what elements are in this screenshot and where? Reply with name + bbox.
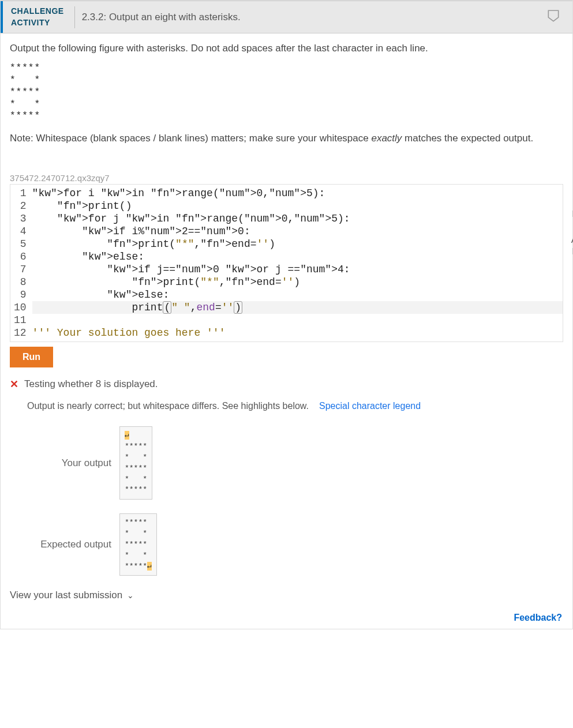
feedback-link[interactable]: Feedback? xyxy=(514,613,562,622)
result-feedback-line: Output is nearly correct; but whitespace… xyxy=(27,401,563,411)
status-text-2: All tests passed xyxy=(565,235,573,254)
code-body[interactable]: "kw">for i "kw">in "fn">range("num">0,"n… xyxy=(32,185,563,342)
test-result-line: ✕ Testing whether 8 is displayed. xyxy=(10,378,563,391)
expected-output-label: Expected output xyxy=(27,539,119,550)
instructions-text: Output the following figure with asteris… xyxy=(10,43,563,54)
challenge-label-line1: CHALLENGE xyxy=(11,6,64,16)
test-status-sidebar: 1 test passed All tests passed xyxy=(565,184,573,259)
feedback-link-row: Feedback? xyxy=(1,610,572,629)
status-1-test-passed: 1 test passed xyxy=(565,184,573,217)
your-output-label: Your output xyxy=(27,457,119,469)
fail-x-icon: ✕ xyxy=(10,378,18,391)
code-editor-wrap: 123456789101112 "kw">for i "kw">in "fn">… xyxy=(10,184,563,342)
shield-icon xyxy=(565,222,573,235)
note-em: exactly xyxy=(371,133,402,144)
status-text-1: 1 test passed xyxy=(565,197,573,217)
nearly-correct-msg: Output is nearly correct; but whitespace… xyxy=(27,401,309,411)
header-divider xyxy=(74,6,75,28)
view-last-label: View your last submission xyxy=(10,590,122,601)
content-hash: 375472.2470712.qx3zqy7 xyxy=(10,173,563,183)
challenge-badge-label: CHALLENGE ACTIVITY xyxy=(1,1,72,33)
view-last-submission-toggle[interactable]: View your last submission ⌄ xyxy=(10,590,563,601)
your-output-row: Your output ↵****** ******* ****** xyxy=(27,426,563,500)
expected-output-row: Expected output ****** ******* ******↵ xyxy=(27,513,563,576)
shield-icon xyxy=(546,9,561,26)
challenge-container: CHALLENGE ACTIVITY 2.3.2: Output an eigh… xyxy=(0,0,573,629)
shield-icon xyxy=(565,184,573,197)
special-char-legend-link[interactable]: Special character legend xyxy=(319,401,421,411)
expected-figure: ***** * * ***** * * ***** xyxy=(10,62,563,122)
line-gutter: 123456789101112 xyxy=(10,185,32,342)
expected-output-box: ****** ******* ******↵ xyxy=(119,513,157,576)
challenge-label-line2: ACTIVITY xyxy=(11,18,50,27)
note-prefix: Note: Whitespace (blank spaces / blank l… xyxy=(10,133,371,144)
code-editor[interactable]: 123456789101112 "kw">for i "kw">in "fn">… xyxy=(10,184,563,342)
note-suffix: matches the expected output. xyxy=(402,133,533,144)
your-output-box: ↵****** ******* ****** xyxy=(119,426,152,500)
challenge-title: 2.3.2: Output an eight with asterisks. xyxy=(82,12,546,23)
status-all-tests-passed: All tests passed xyxy=(565,222,573,254)
challenge-header: CHALLENGE ACTIVITY 2.3.2: Output an eigh… xyxy=(1,1,572,33)
chevron-down-icon: ⌄ xyxy=(127,591,134,600)
content-area: Output the following figure with asteris… xyxy=(1,33,572,610)
test-name: Testing whether 8 is displayed. xyxy=(24,378,158,390)
run-button[interactable]: Run xyxy=(10,347,53,367)
whitespace-note: Note: Whitespace (blank spaces / blank l… xyxy=(10,133,563,144)
